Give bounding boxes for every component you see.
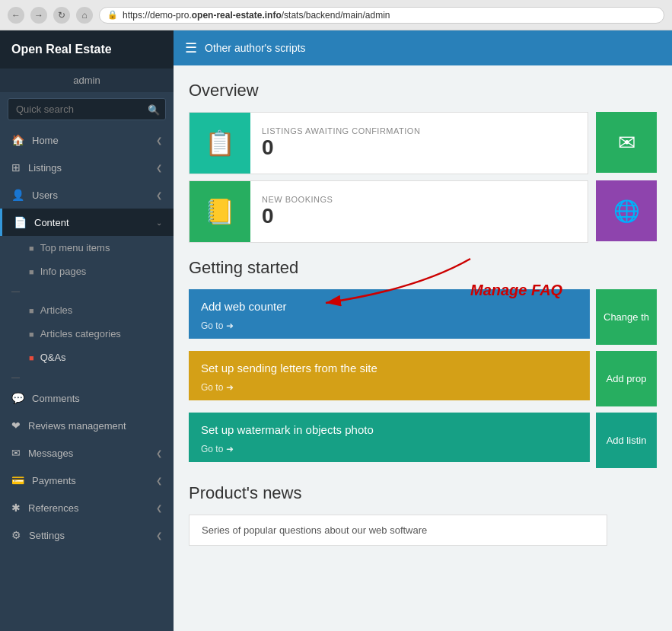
sidebar-item-label: Content <box>34 217 156 228</box>
watermark-title: Set up watermark in objects photo <box>189 413 590 441</box>
page-icon: ■ <box>29 353 34 362</box>
add-listin-label: Add listin <box>607 435 647 446</box>
add-listin-side[interactable]: Add listin <box>596 413 657 468</box>
users-icon: 👤 <box>11 189 24 201</box>
content-icon: 📄 <box>14 216 27 228</box>
page-icon: ■ <box>29 244 34 253</box>
chevron-down-icon: ⌄ <box>156 218 162 227</box>
listings-awaiting-row: 📋 LISTINGS AWAITING CONFIRMATION 0 ✉ <box>189 112 657 174</box>
chevron-icon: ❮ <box>156 449 162 457</box>
watermark-card[interactable]: Set up watermark in objects photo Go to … <box>189 413 590 462</box>
sending-letters-row: Set up sending letters from the site Go … <box>189 351 657 406</box>
forward-button[interactable]: → <box>30 7 47 24</box>
sidebar-sub-qas[interactable]: ■ Q&As <box>0 346 174 369</box>
sidebar-item-comments[interactable]: 💬 Comments <box>0 384 174 412</box>
page-icon: ■ <box>29 330 34 339</box>
sidebar-item-messages[interactable]: ✉ Messages ❮ <box>0 439 174 467</box>
page-icon: ■ <box>29 267 34 276</box>
listings-icon: ⊞ <box>11 161 21 174</box>
listings-icon-box: 📋 <box>189 113 250 174</box>
envelope-side-icon: ✉ <box>618 130 635 155</box>
sidebar-sub-articles[interactable]: ■ Articles <box>0 298 174 322</box>
new-bookings-row: 📒 NEW BOOKINGS 0 🌐 <box>189 180 657 243</box>
sidebar-item-reviews[interactable]: ❤ Reviews management <box>0 412 174 439</box>
browser-chrome: ← → ↻ ⌂ 🔒 https://demo-pro.open-real-est… <box>0 0 672 30</box>
sub-item-label: Articles <box>40 304 73 316</box>
add-prop-side[interactable]: Add prop <box>596 351 657 406</box>
sending-letters-title: Set up sending letters from the site <box>189 351 590 379</box>
bookings-card-icon: 📒 <box>205 197 235 226</box>
news-teaser-text: Series of popular questions about our we… <box>202 524 427 536</box>
sidebar-item-label: Comments <box>32 393 162 404</box>
envelope-side-card: ✉ <box>596 112 657 173</box>
listings-card-icon: 📋 <box>205 129 235 158</box>
sidebar-search-wrap: 🔍 <box>0 92 174 126</box>
bookings-card-text: NEW BOOKINGS 0 <box>250 187 344 236</box>
sidebar-item-label: Users <box>32 190 156 201</box>
news-teaser-card: Series of popular questions about our we… <box>189 515 607 546</box>
sidebar-item-label: Home <box>32 135 156 146</box>
sidebar-item-home[interactable]: 🏠 Home ❮ <box>0 126 174 154</box>
products-news-title: Product's news <box>189 483 657 503</box>
refresh-button[interactable]: ↻ <box>53 7 70 24</box>
chevron-icon: ❮ <box>156 164 162 172</box>
sidebar-item-references[interactable]: ✱ References ❮ <box>0 494 174 521</box>
sub-item-label: Articles categories <box>40 328 121 339</box>
comments-icon: 💬 <box>11 392 24 404</box>
sidebar-brand: Open Real Estate <box>0 30 174 69</box>
web-counter-title: Add web counter <box>189 289 590 317</box>
references-icon: ✱ <box>11 502 21 514</box>
sidebar-item-label: Messages <box>28 448 156 459</box>
sidebar-item-listings[interactable]: ⊞ Listings ❮ <box>0 154 174 181</box>
sending-letters-footer[interactable]: Go to ➜ <box>189 379 590 400</box>
sending-letters-card[interactable]: Set up sending letters from the site Go … <box>189 351 590 400</box>
top-bar: ☰ Other author's scripts <box>174 30 672 65</box>
search-icon[interactable]: 🔍 <box>148 104 160 115</box>
watermark-row: Set up watermark in objects photo Go to … <box>189 413 657 468</box>
search-input[interactable] <box>8 98 166 120</box>
address-bar[interactable]: 🔒 https://demo-pro.open-real-estate.info… <box>99 7 664 24</box>
watermark-footer[interactable]: Go to ➜ <box>189 441 590 462</box>
getting-started-section: Getting started Manage FAQ <box>189 258 657 468</box>
chevron-icon: ❮ <box>156 504 162 512</box>
sidebar-item-label: Reviews management <box>28 420 162 432</box>
change-th-label: Change th <box>604 311 649 323</box>
chevron-icon: ❮ <box>156 476 162 485</box>
back-button[interactable]: ← <box>8 7 24 24</box>
sidebar-item-label: Listings <box>28 162 156 174</box>
app-layout: Open Real Estate admin 🔍 🏠 Home ❮ ⊞ List… <box>0 30 672 631</box>
heart-icon: ❤ <box>11 419 21 432</box>
sidebar-item-users[interactable]: 👤 Users ❮ <box>0 181 174 209</box>
globe-side-icon: 🌐 <box>613 199 640 224</box>
chevron-icon: ❮ <box>156 191 162 199</box>
sidebar-divider-1: — <box>0 283 174 298</box>
sidebar-item-label: References <box>28 502 156 514</box>
sidebar-sub-info-pages[interactable]: ■ Info pages <box>0 260 174 283</box>
add-prop-label: Add prop <box>607 373 647 384</box>
home-icon: 🏠 <box>11 134 24 146</box>
settings-icon: ⚙ <box>11 529 21 541</box>
web-counter-footer[interactable]: Go to ➜ <box>189 317 590 339</box>
globe-side-card: 🌐 <box>596 180 657 241</box>
envelope-icon: ✉ <box>11 447 21 459</box>
sidebar: Open Real Estate admin 🔍 🏠 Home ❮ ⊞ List… <box>0 30 174 631</box>
sidebar-sub-top-menu[interactable]: ■ Top menu items <box>0 236 174 260</box>
new-bookings-card: 📒 NEW BOOKINGS 0 <box>189 180 588 243</box>
home-button[interactable]: ⌂ <box>76 7 93 24</box>
change-th-side[interactable]: Change th <box>596 289 657 345</box>
ssl-icon: 🔒 <box>107 10 118 20</box>
hamburger-icon[interactable]: ☰ <box>185 40 197 56</box>
sidebar-divider-2: — <box>0 369 174 384</box>
sidebar-item-payments[interactable]: 💳 Payments ❮ <box>0 467 174 494</box>
sidebar-item-content[interactable]: 📄 Content ⌄ <box>0 209 174 236</box>
sub-item-label: Info pages <box>40 266 87 277</box>
sidebar-sub-articles-cat[interactable]: ■ Articles categories <box>0 322 174 346</box>
sub-item-label: Top menu items <box>40 242 110 253</box>
page-icon: ■ <box>29 306 34 315</box>
chevron-icon: ❮ <box>156 531 162 540</box>
listings-card-label: LISTINGS AWAITING CONFIRMATION <box>262 126 420 135</box>
sidebar-item-label: Payments <box>32 475 156 486</box>
web-counter-row: Add web counter Go to ➜ Change th <box>189 289 657 345</box>
web-counter-card[interactable]: Add web counter Go to ➜ <box>189 289 590 339</box>
sidebar-item-settings[interactable]: ⚙ Settings ❮ <box>0 521 174 549</box>
